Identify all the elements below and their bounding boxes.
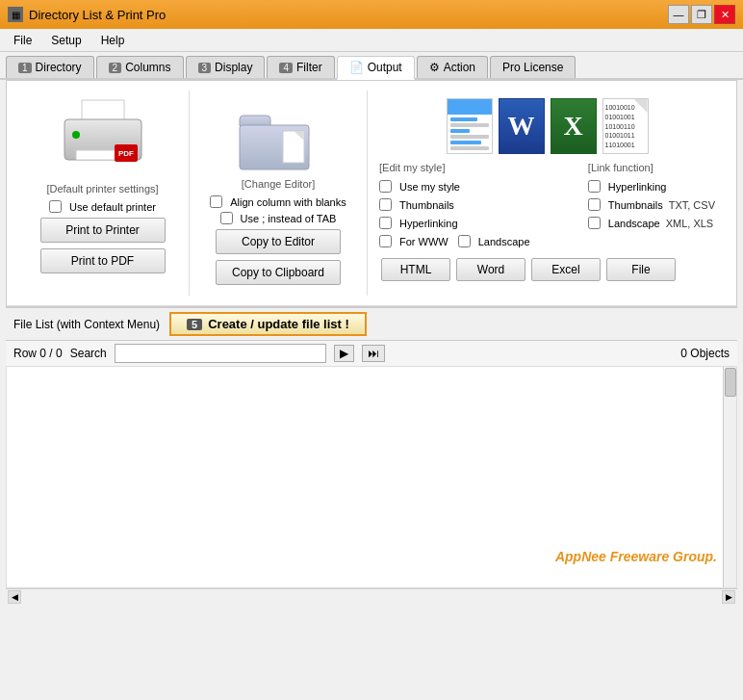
tab-columns-label: Columns xyxy=(125,61,170,74)
link-function: [Link function] Hyperlinking Thumbnails … xyxy=(588,162,715,250)
tab-output[interactable]: 📄 Output xyxy=(337,56,415,80)
edit-style-label: [Edit my style] xyxy=(379,162,559,173)
file-button[interactable]: File xyxy=(606,258,676,281)
tab-number-4: 4 xyxy=(279,63,293,73)
hyperlinking-checkbox[interactable] xyxy=(379,217,392,229)
xml-xls-label: XML, XLS xyxy=(666,218,714,229)
html-format-icon xyxy=(447,98,493,154)
menu-bar: File Setup Help xyxy=(0,29,743,52)
svg-text:PDF: PDF xyxy=(118,149,134,158)
title-bar-left: ▦ Directory List & Print Pro xyxy=(8,7,166,22)
scroll-right-button[interactable]: ▶ xyxy=(722,590,735,604)
change-editor-label: [Change Editor] xyxy=(242,178,315,190)
create-number: 5 xyxy=(187,319,202,330)
tab-action[interactable]: ⚙ Action xyxy=(417,56,488,78)
thumbnails-checkbox[interactable] xyxy=(379,198,392,211)
use-default-row: Use default printer xyxy=(49,200,156,213)
html-row-1 xyxy=(450,117,477,121)
landscape-label: Landscape xyxy=(478,236,530,247)
use-default-checkbox[interactable] xyxy=(49,200,62,213)
watermark: AppNee Freeware Group. xyxy=(555,549,717,564)
excel-button[interactable]: Excel xyxy=(531,258,601,281)
default-printer-label: [Default printer settings] xyxy=(46,183,158,194)
tab-pro-label: Pro License xyxy=(502,61,563,74)
tab-columns[interactable]: 2 Columns xyxy=(96,56,184,78)
link-hyperlinking-label: Hyperlinking xyxy=(608,181,667,193)
use-default-label: Use default printer xyxy=(69,201,156,213)
row-bar: Row 0 / 0 Search ▶ ⏭ 0 Objects xyxy=(6,341,737,367)
printer-svg: PDF xyxy=(55,98,151,175)
restore-button[interactable]: ❐ xyxy=(691,5,712,24)
file-list-bar: File List (with Context Menu) 5 Create /… xyxy=(6,307,737,341)
printer-icon-wrap: PDF xyxy=(28,98,177,175)
file-list-label: File List (with Context Menu) xyxy=(13,318,160,331)
action-icon: ⚙ xyxy=(429,61,440,74)
svg-rect-3 xyxy=(79,127,127,129)
link-hyperlinking-checkbox[interactable] xyxy=(588,180,601,193)
tab-directory[interactable]: 1 Directory xyxy=(6,56,94,78)
tab-filter[interactable]: 4 Filter xyxy=(267,56,334,78)
link-landscape-label: Landscape xyxy=(608,218,660,229)
create-file-list-button[interactable]: 5 Create / update file list ! xyxy=(169,312,367,336)
tab-pro-license[interactable]: Pro License xyxy=(490,56,576,78)
output-panel: PDF [Default printer settings] Use defau… xyxy=(7,81,736,306)
tab-display[interactable]: 3 Display xyxy=(186,56,266,78)
search-skip-button[interactable]: ⏭ xyxy=(362,345,385,362)
objects-label: 0 Objects xyxy=(680,347,730,360)
link-thumbnails-row: Thumbnails TXT, CSV xyxy=(588,198,715,211)
tab-display-label: Display xyxy=(215,61,252,74)
align-column-checkbox[interactable] xyxy=(210,195,222,208)
search-label: Search xyxy=(70,347,107,360)
svg-point-6 xyxy=(72,131,80,139)
hyperlinking-row: Hyperlinking xyxy=(379,217,559,229)
thumbnails-label: Thumbnails xyxy=(399,199,454,211)
html-row-5 xyxy=(450,141,481,144)
file-icon-text: 1001001001001001101001100100101111010001 xyxy=(603,99,648,154)
use-semicolon-checkbox[interactable] xyxy=(220,212,233,224)
menu-help[interactable]: Help xyxy=(91,32,135,49)
scroll-left-button[interactable]: ◀ xyxy=(8,590,21,604)
editor-section: [Change Editor] Align column with blanks… xyxy=(190,91,368,296)
search-input[interactable] xyxy=(115,344,326,363)
menu-setup[interactable]: Setup xyxy=(41,32,90,49)
link-thumbnails-label: Thumbnails xyxy=(608,199,663,211)
scrollbar-thumb[interactable] xyxy=(725,368,736,397)
thumbnails-row: Thumbnails xyxy=(379,198,559,211)
word-button[interactable]: Word xyxy=(456,258,525,281)
html-rows xyxy=(448,115,492,153)
link-thumbnails-checkbox[interactable] xyxy=(588,198,601,211)
html-header xyxy=(448,99,492,115)
search-play-button[interactable]: ▶ xyxy=(334,345,354,362)
minimize-button[interactable]: — xyxy=(668,5,689,24)
for-www-checkbox[interactable] xyxy=(379,235,392,247)
window-title: Directory List & Print Pro xyxy=(29,8,166,22)
excel-format-icon: X xyxy=(551,98,597,154)
print-to-printer-button[interactable]: Print to Printer xyxy=(40,218,166,243)
bottom-scrollbar[interactable]: ◀ ▶ xyxy=(6,588,737,604)
tab-number-1: 1 xyxy=(18,63,32,73)
create-btn-label: Create / update file list ! xyxy=(208,317,349,331)
use-my-style-row: Use my style xyxy=(379,180,559,193)
html-row-6 xyxy=(450,146,489,150)
output-icon: 📄 xyxy=(349,61,364,74)
scrollbar[interactable] xyxy=(723,367,736,587)
html-button[interactable]: HTML xyxy=(381,258,450,281)
row-label: Row 0 / 0 xyxy=(13,347,63,360)
word-format-icon: W xyxy=(499,98,545,154)
use-my-style-checkbox[interactable] xyxy=(379,180,392,193)
print-to-pdf-button[interactable]: Print to PDF xyxy=(40,248,166,273)
horizontal-scroll-track[interactable] xyxy=(21,591,722,603)
landscape-checkbox[interactable] xyxy=(458,235,471,247)
link-landscape-checkbox[interactable] xyxy=(588,217,601,229)
tab-number-2: 2 xyxy=(109,63,122,73)
tab-output-label: Output xyxy=(368,61,402,74)
folder-icon-wrap xyxy=(201,98,355,170)
copy-to-editor-button[interactable]: Copy to Editor xyxy=(216,229,341,254)
format-icons-row: W X 100100100100100110100110010010111101… xyxy=(379,98,715,154)
format-buttons-row: HTML Word Excel File xyxy=(379,256,715,283)
menu-file[interactable]: File xyxy=(4,32,41,49)
copy-to-clipboard-button[interactable]: Copy to Clipboard xyxy=(216,260,341,285)
close-button[interactable]: ✕ xyxy=(714,5,735,24)
output-controls: [Edit my style] Use my style Thumbnails … xyxy=(379,162,715,250)
align-column-row: Align column with blanks xyxy=(210,195,346,208)
